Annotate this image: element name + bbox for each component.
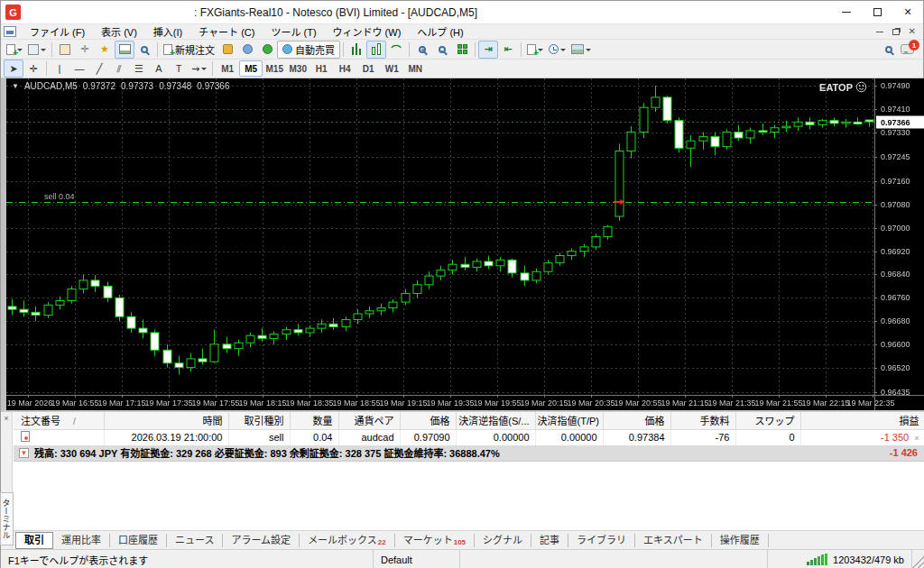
col-label: 注文番号 (21, 416, 60, 426)
menu-view[interactable]: 表示 (V) (93, 23, 145, 40)
arrows-button[interactable]: ⇝ (189, 60, 209, 78)
tab-trade[interactable]: 取引 (15, 532, 53, 549)
line-chart-button[interactable]: ⌒ (386, 41, 406, 59)
order-row[interactable]: 2026.03.19 21:00:00 sell 0.04 audcad 0.9… (14, 430, 924, 445)
text-button[interactable]: A (149, 60, 169, 78)
tab-alerts[interactable]: アラーム設定 (223, 534, 300, 547)
orders-header-row[interactable]: 注文番号/ 時間 取引種別 数量 通貨ペア 価格 決済逆指値(S/... 決済指… (14, 412, 924, 430)
timeframe-w1[interactable]: W1 (380, 60, 403, 77)
col-price-open[interactable]: 価格 (400, 412, 456, 430)
col-swap[interactable]: スワップ (735, 412, 800, 430)
auto-scroll-button[interactable]: ⇥ (478, 41, 498, 59)
col-commission[interactable]: 手数料 (670, 412, 735, 430)
tab-exposure[interactable]: 運用比率 (53, 534, 110, 547)
maximize-button[interactable] (862, 1, 892, 23)
vertical-line-button[interactable]: | (50, 60, 69, 78)
zoom-in-button[interactable]: + (412, 41, 432, 59)
cursor-button[interactable]: ➤ (4, 60, 23, 78)
account-summary-row[interactable]: ▼ 残高: 330 694 JPY 有効証拠金: 329 268 必要証拠金: … (14, 445, 924, 462)
tab-journal[interactable]: 操作履歴 (712, 534, 769, 547)
bar-chart-icon (352, 43, 361, 55)
col-order-number[interactable]: 注文番号/ (14, 412, 104, 430)
indicators-button[interactable]: + (524, 41, 546, 59)
menu-tools[interactable]: ツール (T) (263, 23, 324, 40)
status-connection[interactable]: 1203432/479 kb (768, 550, 912, 568)
child-restore-icon[interactable] (892, 29, 900, 35)
terminal-close-icon[interactable]: × (4, 414, 8, 423)
tile-windows-button[interactable] (452, 41, 472, 59)
menu-insert[interactable]: 挿入(I) (145, 23, 190, 40)
new-chart-button[interactable]: + (4, 41, 25, 59)
tab-signals[interactable]: シグナル (475, 534, 531, 547)
templates-button[interactable] (568, 41, 594, 59)
notification-icon[interactable]: 1 (901, 44, 914, 54)
terminal-vertical-tab[interactable]: ターミナル (0, 492, 14, 545)
col-sl[interactable]: 決済逆指値(S/... (456, 412, 535, 430)
periods-button[interactable] (546, 41, 568, 59)
timeframe-mn[interactable]: MN (403, 60, 427, 77)
col-profit[interactable]: 損益 (800, 412, 924, 430)
fibonacci-icon: ☰ (134, 63, 143, 75)
window-title: : FXGiants-Real10 - Notesco (BVI) Limite… (194, 6, 477, 19)
terminal-button[interactable] (115, 41, 134, 59)
minimize-button[interactable] (831, 1, 862, 23)
chart-window-icon[interactable] (4, 26, 16, 37)
status-profile[interactable]: Default (374, 550, 460, 568)
metaeditor-button[interactable] (217, 41, 237, 59)
tab-library[interactable]: ライブラリ (568, 534, 635, 547)
expert-advisor-label[interactable]: EATOP (819, 81, 867, 93)
timeframe-m5[interactable]: M5 (239, 60, 263, 77)
status-bar: F1キーでヘルプが表示されます Default 1203432/479 kb (1, 549, 924, 568)
menu-window[interactable]: ウィンドウ (W) (325, 23, 410, 40)
crosshair-button[interactable]: ✛ (23, 60, 43, 78)
timeframe-h1[interactable]: H1 (310, 60, 333, 77)
tab-news[interactable]: ニュース (167, 534, 223, 547)
trendline-button[interactable]: ╱ (89, 60, 109, 78)
menu-chart[interactable]: チャート (C) (190, 23, 263, 40)
zoom-out-button[interactable]: - (432, 41, 452, 59)
market-watch-button[interactable] (55, 41, 75, 59)
chart-area[interactable]: ▼ AUDCAD,M5 0.97372 0.97373 0.97348 0.97… (1, 78, 924, 410)
tab-experts[interactable]: エキスパート (635, 534, 712, 547)
close-button[interactable]: ✕ (892, 1, 923, 23)
tab-mailbox[interactable]: メールボックス22 (300, 534, 395, 547)
child-minimize-icon[interactable] (876, 32, 883, 32)
candlestick-chart-button[interactable] (366, 41, 386, 59)
channel-button[interactable]: ⫽ (109, 60, 129, 78)
chart-shift-button[interactable]: ⇤ (498, 41, 518, 59)
resize-grip[interactable] (912, 550, 924, 568)
timeframe-m15[interactable]: M15 (263, 60, 286, 77)
navigator-button[interactable]: ★ (95, 41, 115, 59)
bar-chart-button[interactable] (346, 41, 366, 59)
text-label-button[interactable]: T (169, 60, 189, 78)
timeframe-m1[interactable]: M1 (216, 60, 239, 77)
auto-trading-button[interactable]: 自動売買 (277, 41, 340, 59)
fibonacci-button[interactable]: ☰ (129, 60, 149, 78)
menu-help[interactable]: ヘルプ (H) (409, 23, 471, 40)
horizontal-line-button[interactable]: — (69, 60, 89, 78)
new-order-button[interactable]: + 新規注文 (161, 41, 217, 59)
profiles-button[interactable] (25, 41, 49, 59)
tab-account-history[interactable]: 口座履歴 (110, 534, 167, 547)
timeframe-m30[interactable]: M30 (286, 60, 310, 77)
signals-button[interactable] (257, 41, 277, 59)
search-icon[interactable] (885, 46, 892, 53)
col-tp[interactable]: 決済指値(T/P) (535, 412, 603, 430)
col-symbol[interactable]: 通貨ペア (338, 412, 400, 430)
col-price-current[interactable]: 価格 (603, 412, 670, 430)
close-position-icon[interactable]: × (914, 434, 919, 443)
price-chart-canvas[interactable] (6, 78, 924, 410)
timeframe-d1[interactable]: D1 (356, 60, 380, 77)
strategy-tester-button[interactable] (134, 41, 154, 59)
tab-market[interactable]: マーケット105 (395, 534, 475, 547)
col-time[interactable]: 時間 (104, 412, 228, 430)
experts-button[interactable] (237, 41, 257, 59)
one-click-trading-icon[interactable]: ▼ (12, 82, 19, 90)
menu-file[interactable]: ファイル (F) (22, 23, 93, 40)
child-close-icon[interactable]: ✕ (909, 27, 916, 36)
timeframe-h4[interactable]: H4 (333, 60, 356, 77)
col-volume[interactable]: 数量 (290, 412, 338, 430)
data-window-button[interactable]: ✛ (75, 41, 95, 59)
col-type[interactable]: 取引種別 (228, 412, 290, 430)
tab-articles[interactable]: 記事 (531, 534, 568, 547)
